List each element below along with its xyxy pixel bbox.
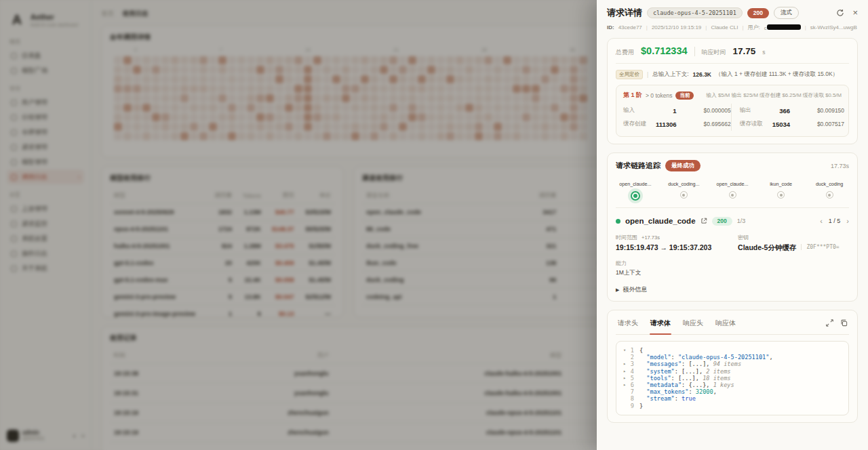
code-content: "tools": [...], 18 items (639, 375, 731, 382)
pricing-scope-badge: 全局定价 (616, 70, 643, 79)
total-cost-value: $0.712334 (641, 45, 688, 56)
line-number: 9 (629, 403, 639, 409)
code-content: "metadata": {...}, 1 keys (639, 382, 734, 388)
trace-node[interactable]: ikun_code (762, 181, 801, 201)
tier-token-grid: 输入1$0.000005输出366$0.009150缓存创建111306$0.6… (623, 104, 842, 131)
time-range-value: 19:15:19.473 → 19:15:37.203 (616, 243, 732, 251)
fold-chevron-icon[interactable]: ▸ (620, 368, 629, 375)
triangle-right-icon: ▶ (616, 287, 619, 293)
trace-node-circle (680, 191, 688, 199)
api-key: sk-WvzISy4...uwgB (810, 24, 857, 30)
refresh-icon[interactable] (836, 9, 844, 17)
pricing-tier-box: 第 1 阶 > 0 tokens 当前 输入 $5/M 输出 $25/M 缓存创… (616, 85, 849, 137)
fold-chevron-icon[interactable]: ▸ (620, 375, 629, 382)
tier-row-cost: $0.000005 (688, 107, 731, 114)
channel-status-dot (616, 219, 620, 224)
key-masked-value: Z0F***PT0= (801, 244, 839, 250)
line-number: 1 (629, 347, 639, 354)
fold-gutter (620, 395, 629, 402)
drawer-title: 请求详情 (607, 7, 642, 19)
selected-channel-name: open_claude_code (625, 217, 696, 225)
capability-field: 能力 1M上下文 (616, 260, 732, 277)
tier-row-label: 输出 (740, 106, 772, 115)
tier-row-cost: $0.009150 (801, 107, 844, 114)
trace-node-circle (777, 191, 785, 199)
code-content: "model": "claude-opus-4-5-20251101", (639, 354, 773, 361)
tab-response-body[interactable]: 响应体 (715, 317, 736, 329)
tier-stage: 第 1 阶 (623, 91, 642, 100)
tab-response-headers[interactable]: 响应头 (682, 317, 704, 329)
tier-row-cost: $0.007517 (801, 121, 844, 127)
request-time: 2025/12/10 19:15:19 (652, 24, 701, 30)
trace-node-label: duck_coding... (668, 181, 699, 187)
tier-row: 输入1$0.000005 (623, 104, 731, 117)
code-line: ▾1{ (620, 347, 844, 354)
user-label: 用户: (748, 24, 760, 31)
copy-icon[interactable] (840, 317, 848, 329)
trace-node-circle (729, 191, 736, 199)
tier-row-tokens: 111306 (656, 121, 688, 128)
trace-node[interactable]: open_claude... (713, 181, 752, 201)
extra-info-label: 额外信息 (623, 285, 647, 294)
latency-value: 17.75 (733, 46, 756, 56)
code-content: "system": [...], 2 items (639, 368, 731, 375)
prev-page-icon[interactable]: ‹ (820, 217, 823, 225)
trace-node-label: open_claude... (716, 181, 748, 187)
request-id: 43cede77 (618, 24, 642, 30)
fold-chevron-icon[interactable]: ▸ (620, 382, 629, 388)
extra-info-toggle[interactable]: ▶ 额外信息 (616, 285, 849, 294)
trace-node-label: duck_coding (816, 181, 843, 187)
trace-pager: ‹ 1 / 5 › (820, 217, 849, 225)
trace-node[interactable]: duck_coding (810, 181, 849, 201)
trace-duration: 17.73s (831, 163, 849, 169)
code-content: } (639, 403, 643, 409)
tier-row: 缓存创建111306$0.695662 (623, 117, 731, 131)
context-label: 总输入上下文: (652, 70, 688, 79)
line-number: 4 (629, 368, 639, 375)
request-detail-drawer: 请求详情 claude-opus-4-5-20251101 200 流式 × I… (597, 0, 868, 450)
key-field: 密钥 Claude-5分钟缓存 Z0F***PT0= (738, 234, 849, 253)
tier-row-label: 输入 (623, 106, 656, 115)
trace-node[interactable]: duck_coding... (665, 181, 704, 201)
code-line: 2 "model": "claude-opus-4-5-20251101", (620, 354, 844, 361)
code-line: ▸3 "messages": [...], 94 items (620, 361, 844, 367)
close-icon[interactable]: × (852, 9, 858, 17)
code-content: "stream": true (639, 395, 696, 402)
tier-row-tokens: 15034 (772, 121, 801, 128)
external-link-icon[interactable] (701, 215, 707, 227)
channel-status-badge: 200 (712, 217, 732, 226)
context-detail: （输入 1 + 缓存创建 111.3K + 缓存读取 15.0K） (715, 70, 838, 79)
model-pill: claude-opus-4-5-20251101 (647, 7, 743, 18)
tier-row: 缓存读取15034$0.007517 (731, 117, 844, 131)
redaction-blob (767, 24, 801, 30)
capability-value: 1M上下文 (616, 269, 732, 277)
tier-row-cost: $0.695662 (688, 121, 731, 127)
trace-title: 请求链路追踪 (616, 161, 660, 171)
line-number: 7 (629, 388, 639, 395)
code-line: 8 "stream": true (620, 395, 844, 402)
id-label: ID: (607, 24, 614, 30)
fold-chevron-icon[interactable]: ▸ (620, 361, 629, 367)
tab-request-headers[interactable]: 请求头 (617, 317, 639, 329)
stream-badge: 流式 (774, 7, 799, 19)
key-name: Claude-5分钟缓存 (738, 243, 796, 253)
payload-tabs: 请求头 请求体 响应头 响应体 (616, 317, 849, 335)
json-viewer[interactable]: ▾1{2 "model": "claude-opus-4-5-20251101"… (616, 341, 849, 415)
tier-row: 输出366$0.009150 (731, 104, 844, 117)
code-content: { (639, 347, 643, 354)
tab-request-body[interactable]: 请求体 (650, 317, 671, 329)
attempt-count: 1/3 (737, 218, 746, 224)
line-number: 6 (629, 382, 639, 388)
fold-chevron-icon[interactable]: ▾ (620, 347, 629, 354)
code-line: ▸5 "tools": [...], 18 items (620, 375, 844, 382)
fold-gutter (620, 388, 629, 395)
expand-icon[interactable] (826, 317, 833, 329)
trace-node-label: open_claude... (619, 181, 651, 187)
line-number: 8 (629, 395, 639, 402)
next-page-icon[interactable]: › (846, 217, 849, 225)
latency-unit: s (762, 49, 765, 56)
tier-range: > 0 tokens (646, 92, 672, 99)
tier-row-label: 缓存读取 (740, 120, 772, 128)
trace-node-circle (826, 191, 833, 199)
trace-node[interactable]: open_claude... (616, 181, 655, 201)
